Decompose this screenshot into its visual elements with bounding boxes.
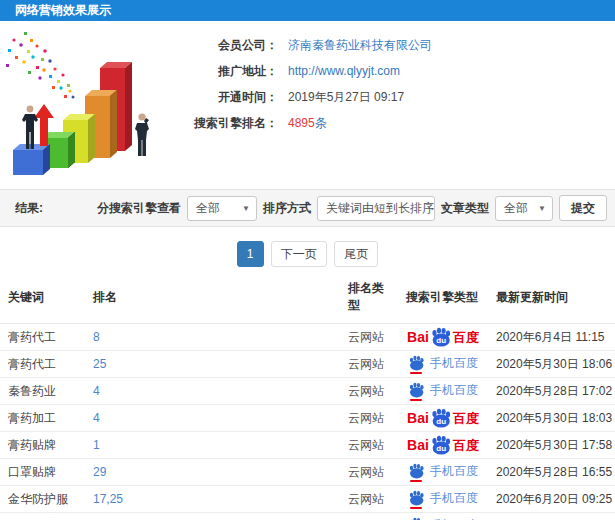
businessman-right bbox=[135, 113, 149, 156]
company-label: 会员公司： bbox=[168, 38, 278, 52]
rank-type-cell: 云网站 bbox=[340, 405, 398, 432]
col-header-engine-type: 搜索引擎类型 bbox=[398, 272, 488, 324]
baidu-paw-icon: du bbox=[430, 435, 452, 455]
promo-url-link[interactable]: http://www.qlyyjt.com bbox=[288, 64, 400, 78]
keyword-cell: 福建防护服 bbox=[0, 513, 85, 520]
rank-type-cell: 云网站 bbox=[340, 513, 398, 520]
promo-url-label: 推广地址： bbox=[168, 64, 278, 78]
filter-bar: 结果: 分搜索引擎查看 全部 ▼ 排序方式 关键词由短到长排序 ▼ 文章类型 全… bbox=[0, 189, 615, 227]
engine-rank-label: 搜索引擎排名： bbox=[168, 116, 278, 130]
col-header-rank-type: 排名类型 bbox=[340, 272, 398, 324]
opened-value: 2019年5月27日 09:17 bbox=[288, 90, 404, 104]
table-row: 膏药加工 4 云网站 Baidu百度 2020年5月30日 18:03 bbox=[0, 405, 615, 432]
company-info-panel: 会员公司： 济南秦鲁药业科技有限公司 推广地址： http://www.qlyy… bbox=[168, 38, 432, 142]
page-title: 网络营销效果展示 bbox=[15, 3, 111, 17]
info-row-opened: 开通时间： 2019年5月27日 09:17 bbox=[168, 90, 432, 104]
table-row: 膏药代工 25 云网站 手机百度 2020年5月30日 18:06 bbox=[0, 351, 615, 378]
sort-filter-select[interactable]: 关键词由短到长排序 ▼ bbox=[317, 196, 435, 221]
keyword-cell: 金华防护服 bbox=[0, 486, 85, 513]
baidu-paw-icon: du bbox=[430, 408, 452, 428]
mobile-baidu-paw-icon bbox=[408, 490, 425, 507]
rank-link[interactable]: 1 bbox=[93, 438, 100, 452]
rank-type-cell: 云网站 bbox=[340, 459, 398, 486]
keyword-cell: 口罩贴牌 bbox=[0, 459, 85, 486]
last-page-button[interactable]: 尾页 bbox=[334, 241, 378, 267]
rank-type-cell: 云网站 bbox=[340, 324, 398, 351]
updated-cell: 2020年5月28日 16:55 bbox=[488, 459, 615, 486]
engine-filter-label: 分搜索引擎查看 bbox=[97, 200, 181, 217]
confetti-dots bbox=[6, 32, 75, 99]
rank-unit: 条 bbox=[315, 116, 327, 130]
keyword-cell: 秦鲁药业 bbox=[0, 378, 85, 405]
table-row: 秦鲁药业 4 云网站 手机百度 2020年5月28日 17:02 bbox=[0, 378, 615, 405]
table-row: 金华防护服 17,25 云网站 手机百度 2020年6月20日 09:25 bbox=[0, 486, 615, 513]
info-row-company: 会员公司： 济南秦鲁药业科技有限公司 bbox=[168, 38, 432, 52]
svg-text:du: du bbox=[436, 336, 446, 345]
rank-type-cell: 云网站 bbox=[340, 378, 398, 405]
table-row: 膏药贴牌 1 云网站 Baidu百度 2020年5月30日 17:58 bbox=[0, 432, 615, 459]
updated-cell: 2020年5月30日 17:58 bbox=[488, 432, 615, 459]
updated-cell: 2020年5月28日 17:02 bbox=[488, 378, 615, 405]
rank-type-cell: 云网站 bbox=[340, 486, 398, 513]
engine-filter-value: 全部 bbox=[196, 200, 220, 217]
window-title-bar: 网络营销效果展示 bbox=[0, 0, 615, 21]
baidu-paw-icon: du bbox=[430, 327, 452, 347]
article-type-value: 全部 bbox=[504, 200, 528, 217]
table-row: 福建防护服 10 云网站 手机百度 2020年6月4日 11:10 bbox=[0, 513, 615, 520]
rank-count: 4895 bbox=[288, 116, 315, 130]
keyword-cell: 膏药加工 bbox=[0, 405, 85, 432]
bar-chart-illustration bbox=[0, 28, 175, 180]
mobile-baidu-logo: 手机百度 bbox=[408, 382, 478, 399]
keyword-ranking-table: 关键词 排名 排名类型 搜索引擎类型 最新更新时间 膏药代工 8 云网站 Bai… bbox=[0, 272, 615, 520]
submit-button[interactable]: 提交 bbox=[559, 195, 607, 221]
engine-filter-select[interactable]: 全部 ▼ bbox=[187, 196, 257, 221]
rank-type-cell: 云网站 bbox=[340, 351, 398, 378]
businessman-left bbox=[22, 106, 38, 149]
updated-cell: 2020年6月20日 09:25 bbox=[488, 486, 615, 513]
updated-cell: 2020年5月30日 18:03 bbox=[488, 405, 615, 432]
sort-filter-label: 排序方式 bbox=[263, 200, 311, 217]
article-type-label: 文章类型 bbox=[441, 200, 489, 217]
svg-text:du: du bbox=[436, 417, 446, 426]
keyword-cell: 膏药贴牌 bbox=[0, 432, 85, 459]
mobile-baidu-logo: 手机百度 bbox=[408, 463, 478, 480]
mobile-baidu-paw-icon bbox=[408, 355, 425, 372]
rank-link[interactable]: 29 bbox=[93, 465, 106, 479]
rank-type-cell: 云网站 bbox=[340, 432, 398, 459]
svg-text:du: du bbox=[436, 444, 446, 453]
rank-link[interactable]: 17,25 bbox=[93, 492, 123, 506]
rank-link[interactable]: 4 bbox=[93, 384, 100, 398]
col-header-keyword: 关键词 bbox=[0, 272, 85, 324]
baidu-logo: Baidu百度 bbox=[407, 327, 479, 347]
mobile-baidu-logo: 手机百度 bbox=[408, 490, 478, 507]
mobile-baidu-logo: 手机百度 bbox=[408, 355, 478, 372]
pagination: 1 下一页 尾页 bbox=[0, 241, 615, 267]
rank-link[interactable]: 25 bbox=[93, 357, 106, 371]
mobile-baidu-logo: 手机百度 bbox=[408, 517, 478, 520]
company-link[interactable]: 济南秦鲁药业科技有限公司 bbox=[288, 38, 432, 52]
rank-link[interactable]: 4 bbox=[93, 411, 100, 425]
updated-cell: 2020年6月4日 11:10 bbox=[488, 513, 615, 520]
mobile-baidu-paw-icon bbox=[408, 463, 425, 480]
mobile-baidu-paw-icon bbox=[408, 517, 425, 520]
rank-link[interactable]: 8 bbox=[93, 330, 100, 344]
updated-cell: 2020年5月30日 18:06 bbox=[488, 351, 615, 378]
next-page-button[interactable]: 下一页 bbox=[271, 241, 327, 267]
baidu-logo: Baidu百度 bbox=[407, 435, 479, 455]
table-row: 口罩贴牌 29 云网站 手机百度 2020年5月28日 16:55 bbox=[0, 459, 615, 486]
keyword-cell: 膏药代工 bbox=[0, 351, 85, 378]
article-type-select[interactable]: 全部 ▼ bbox=[495, 196, 553, 221]
updated-cell: 2020年6月4日 11:15 bbox=[488, 324, 615, 351]
baidu-logo: Baidu百度 bbox=[407, 408, 479, 428]
results-section-label: 结果: bbox=[15, 200, 43, 217]
col-header-updated: 最新更新时间 bbox=[488, 272, 615, 324]
table-header-row: 关键词 排名 排名类型 搜索引擎类型 最新更新时间 bbox=[0, 272, 615, 324]
mobile-baidu-paw-icon bbox=[408, 382, 425, 399]
chevron-down-icon: ▼ bbox=[538, 204, 546, 213]
page-1-button[interactable]: 1 bbox=[237, 241, 264, 267]
table-row: 膏药代工 8 云网站 Baidu百度 2020年6月4日 11:15 bbox=[0, 324, 615, 351]
info-row-engine-rank: 搜索引擎排名： 4895条 bbox=[168, 116, 432, 130]
info-row-url: 推广地址： http://www.qlyyjt.com bbox=[168, 64, 432, 78]
chevron-down-icon: ▼ bbox=[242, 204, 250, 213]
keyword-cell: 膏药代工 bbox=[0, 324, 85, 351]
